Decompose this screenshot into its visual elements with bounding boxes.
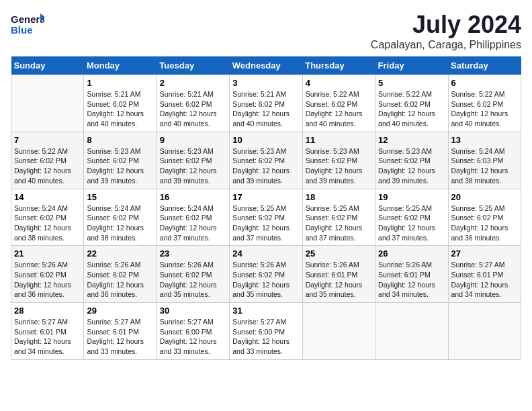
day-info: Sunrise: 5:27 AM Sunset: 6:01 PM Dayligh…: [87, 317, 153, 357]
day-number: 26: [378, 248, 445, 259]
day-number: 22: [87, 248, 153, 259]
day-number: 21: [14, 248, 81, 259]
svg-text:General: General: [11, 13, 44, 25]
header-friday: Friday: [375, 56, 448, 75]
location-subtitle: Capalayan, Caraga, Philippines: [371, 39, 521, 51]
calendar-cell: [11, 75, 84, 132]
calendar-cell: 18Sunrise: 5:25 AM Sunset: 6:02 PM Dayli…: [302, 189, 375, 246]
day-info: Sunrise: 5:22 AM Sunset: 6:02 PM Dayligh…: [306, 89, 372, 129]
calendar-cell: 2Sunrise: 5:21 AM Sunset: 6:02 PM Daylig…: [157, 75, 229, 132]
calendar-cell: [448, 303, 521, 360]
calendar-cell: 7Sunrise: 5:22 AM Sunset: 6:02 PM Daylig…: [11, 132, 84, 189]
calendar-cell: [302, 303, 375, 360]
header-saturday: Saturday: [448, 56, 521, 75]
header-sunday: Sunday: [11, 56, 84, 75]
day-number: 7: [14, 135, 81, 145]
day-number: 16: [160, 192, 226, 202]
day-info: Sunrise: 5:27 AM Sunset: 6:01 PM Dayligh…: [14, 317, 81, 357]
day-number: 19: [378, 192, 445, 202]
calendar-cell: 4Sunrise: 5:22 AM Sunset: 6:02 PM Daylig…: [302, 75, 375, 132]
calendar-cell: 15Sunrise: 5:24 AM Sunset: 6:02 PM Dayli…: [84, 189, 157, 246]
day-info: Sunrise: 5:24 AM Sunset: 6:02 PM Dayligh…: [87, 203, 153, 243]
day-info: Sunrise: 5:27 AM Sunset: 6:00 PM Dayligh…: [160, 317, 226, 357]
calendar-cell: 8Sunrise: 5:23 AM Sunset: 6:02 PM Daylig…: [84, 132, 157, 189]
day-info: Sunrise: 5:25 AM Sunset: 6:02 PM Dayligh…: [378, 203, 445, 243]
day-number: 20: [451, 192, 518, 202]
calendar-cell: [375, 303, 448, 360]
calendar-cell: 25Sunrise: 5:26 AM Sunset: 6:01 PM Dayli…: [302, 246, 375, 303]
day-info: Sunrise: 5:23 AM Sunset: 6:02 PM Dayligh…: [378, 146, 445, 186]
calendar-cell: 9Sunrise: 5:23 AM Sunset: 6:02 PM Daylig…: [157, 132, 229, 189]
header-tuesday: Tuesday: [157, 56, 229, 75]
day-number: 14: [14, 192, 81, 202]
title-block: July 2024 Capalayan, Caraga, Philippines: [371, 11, 521, 51]
calendar-header-row: SundayMondayTuesdayWednesdayThursdayFrid…: [11, 56, 521, 75]
day-info: Sunrise: 5:25 AM Sunset: 6:02 PM Dayligh…: [451, 203, 518, 243]
day-number: 13: [451, 135, 518, 145]
day-number: 2: [160, 78, 226, 88]
day-info: Sunrise: 5:25 AM Sunset: 6:02 PM Dayligh…: [232, 203, 299, 243]
day-info: Sunrise: 5:24 AM Sunset: 6:02 PM Dayligh…: [14, 203, 81, 243]
calendar-cell: 20Sunrise: 5:25 AM Sunset: 6:02 PM Dayli…: [448, 189, 521, 246]
day-number: 23: [160, 248, 226, 259]
day-info: Sunrise: 5:26 AM Sunset: 6:02 PM Dayligh…: [160, 260, 226, 300]
day-info: Sunrise: 5:25 AM Sunset: 6:02 PM Dayligh…: [306, 203, 372, 243]
logo-graphic: General Blue: [11, 11, 44, 39]
day-info: Sunrise: 5:26 AM Sunset: 6:01 PM Dayligh…: [306, 260, 372, 300]
day-number: 31: [232, 306, 299, 316]
calendar-cell: 29Sunrise: 5:27 AM Sunset: 6:01 PM Dayli…: [84, 303, 157, 360]
day-info: Sunrise: 5:26 AM Sunset: 6:02 PM Dayligh…: [14, 260, 81, 300]
day-number: 28: [14, 306, 81, 316]
day-number: 1: [87, 78, 153, 88]
day-info: Sunrise: 5:22 AM Sunset: 6:02 PM Dayligh…: [451, 89, 518, 129]
day-number: 3: [232, 78, 299, 88]
day-info: Sunrise: 5:23 AM Sunset: 6:02 PM Dayligh…: [160, 146, 226, 186]
day-number: 9: [160, 135, 226, 145]
calendar-cell: 1Sunrise: 5:21 AM Sunset: 6:02 PM Daylig…: [84, 75, 157, 132]
day-number: 5: [378, 78, 445, 88]
calendar-cell: 26Sunrise: 5:26 AM Sunset: 6:01 PM Dayli…: [375, 246, 448, 303]
logo: General Blue: [11, 11, 44, 39]
calendar-week-5: 28Sunrise: 5:27 AM Sunset: 6:01 PM Dayli…: [11, 303, 521, 360]
calendar-week-2: 7Sunrise: 5:22 AM Sunset: 6:02 PM Daylig…: [11, 132, 521, 189]
calendar-cell: 6Sunrise: 5:22 AM Sunset: 6:02 PM Daylig…: [448, 75, 521, 132]
calendar-cell: 5Sunrise: 5:22 AM Sunset: 6:02 PM Daylig…: [375, 75, 448, 132]
day-number: 6: [451, 78, 518, 88]
calendar-cell: 11Sunrise: 5:23 AM Sunset: 6:02 PM Dayli…: [302, 132, 375, 189]
calendar-table: SundayMondayTuesdayWednesdayThursdayFrid…: [11, 56, 521, 360]
day-number: 8: [87, 135, 153, 145]
day-number: 24: [232, 248, 299, 259]
calendar-cell: 14Sunrise: 5:24 AM Sunset: 6:02 PM Dayli…: [11, 189, 84, 246]
calendar-cell: 24Sunrise: 5:26 AM Sunset: 6:02 PM Dayli…: [230, 246, 302, 303]
logo-container: General Blue: [11, 11, 44, 39]
day-info: Sunrise: 5:24 AM Sunset: 6:02 PM Dayligh…: [160, 203, 226, 243]
day-number: 15: [87, 192, 153, 202]
day-info: Sunrise: 5:22 AM Sunset: 6:02 PM Dayligh…: [14, 146, 81, 186]
day-number: 11: [306, 135, 372, 145]
day-info: Sunrise: 5:21 AM Sunset: 6:02 PM Dayligh…: [160, 89, 226, 129]
day-info: Sunrise: 5:21 AM Sunset: 6:02 PM Dayligh…: [232, 89, 299, 129]
day-number: 18: [306, 192, 372, 202]
day-info: Sunrise: 5:23 AM Sunset: 6:02 PM Dayligh…: [87, 146, 153, 186]
calendar-cell: 17Sunrise: 5:25 AM Sunset: 6:02 PM Dayli…: [230, 189, 302, 246]
header-thursday: Thursday: [302, 56, 375, 75]
calendar-cell: 19Sunrise: 5:25 AM Sunset: 6:02 PM Dayli…: [375, 189, 448, 246]
day-number: 10: [232, 135, 299, 145]
day-info: Sunrise: 5:27 AM Sunset: 6:01 PM Dayligh…: [451, 260, 518, 300]
day-info: Sunrise: 5:27 AM Sunset: 6:00 PM Dayligh…: [232, 317, 299, 357]
day-info: Sunrise: 5:23 AM Sunset: 6:02 PM Dayligh…: [232, 146, 299, 186]
day-number: 27: [451, 248, 518, 259]
day-number: 4: [306, 78, 372, 88]
day-number: 17: [232, 192, 299, 202]
calendar-cell: 22Sunrise: 5:26 AM Sunset: 6:02 PM Dayli…: [84, 246, 157, 303]
logo-svg: General Blue: [11, 11, 44, 39]
day-number: 29: [87, 306, 153, 316]
day-info: Sunrise: 5:26 AM Sunset: 6:02 PM Dayligh…: [232, 260, 299, 300]
day-number: 12: [378, 135, 445, 145]
calendar-cell: 16Sunrise: 5:24 AM Sunset: 6:02 PM Dayli…: [157, 189, 229, 246]
svg-text:Blue: Blue: [11, 24, 33, 36]
day-info: Sunrise: 5:26 AM Sunset: 6:02 PM Dayligh…: [87, 260, 153, 300]
day-info: Sunrise: 5:21 AM Sunset: 6:02 PM Dayligh…: [87, 89, 153, 129]
page-header: General Blue July 2024 Capalayan, Caraga…: [11, 11, 521, 51]
calendar-cell: 31Sunrise: 5:27 AM Sunset: 6:00 PM Dayli…: [230, 303, 302, 360]
